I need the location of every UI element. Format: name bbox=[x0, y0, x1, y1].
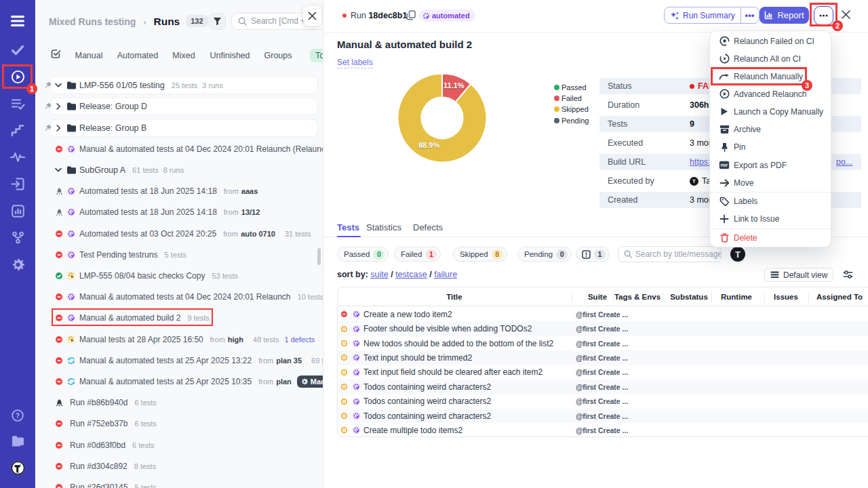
svg-text:PDF: PDF bbox=[721, 163, 728, 167]
svg-text:?: ? bbox=[16, 412, 20, 420]
